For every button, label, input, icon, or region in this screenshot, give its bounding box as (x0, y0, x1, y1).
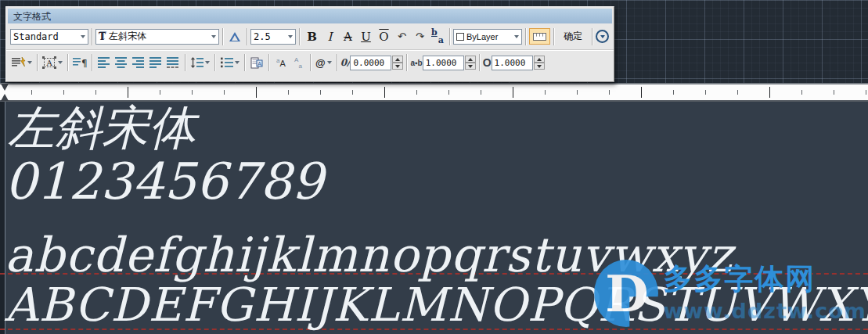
chevron-down-icon (514, 35, 519, 38)
distribute-button[interactable] (164, 53, 182, 72)
watermark-site-name: 多多字体网 (663, 260, 866, 299)
align-right-icon (132, 57, 145, 68)
tracking-input[interactable]: 1.0000 (423, 56, 464, 70)
align-right-button[interactable] (130, 53, 147, 72)
chevron-down-icon (600, 35, 605, 38)
toolbar-row-1: Standard T 左斜宋体 2.5 B I A U O ↶ ↷ b a (6, 23, 614, 49)
justification-icon: A (42, 56, 56, 69)
tracking-icon: a▪b (410, 59, 422, 67)
chevron-down-icon (81, 35, 85, 38)
oblique-angle-icon: 0/ (340, 57, 351, 68)
text-format-panel: 文字格式 Standard T 左斜宋体 2.5 B I A U O ↶ ↷ b… (5, 6, 614, 82)
overline-button[interactable]: O (375, 28, 393, 45)
ok-button[interactable]: 确定 (557, 28, 589, 45)
strikethrough-button[interactable]: A (339, 28, 357, 45)
text-ruler[interactable] (0, 83, 868, 102)
width-factor-spinner: 1.0000 (492, 56, 545, 70)
oblique-angle-spinner: 0.0000 (350, 56, 403, 70)
italic-button[interactable]: I (321, 28, 339, 45)
lowercase-button[interactable]: Aa (290, 53, 307, 72)
oblique-angle-input[interactable]: 0.0000 (350, 56, 391, 70)
watermark-logo-letter: D (605, 264, 649, 323)
chevron-down-icon (58, 61, 63, 64)
tracking-spinner: 1.0000 (423, 56, 476, 70)
spin-down-button[interactable] (392, 63, 403, 70)
svg-text:A: A (258, 60, 261, 66)
align-center-button[interactable] (113, 53, 130, 72)
mtext-justification-button[interactable]: A (41, 53, 64, 72)
toolbar-row-2: A ¶ (6, 49, 614, 75)
panel-title: 文字格式 (13, 11, 51, 22)
line-spacing-icon (190, 57, 203, 68)
underline-button[interactable]: U (357, 28, 375, 45)
watermark-logo-icon: D (594, 260, 658, 327)
insert-field-icon: A (250, 57, 263, 69)
preview-line-font-name[interactable]: 左斜宋体 (8, 104, 196, 151)
watermark-site-url: www.ddztw.com (663, 299, 866, 323)
insert-field-button[interactable]: A (248, 53, 265, 72)
svg-text:A: A (45, 59, 52, 67)
redo-button[interactable]: ↷ (411, 28, 429, 45)
paragraph-indent-marker[interactable] (1, 94, 9, 101)
text-style-select[interactable]: Standard (10, 29, 88, 45)
color-swatch-icon (456, 33, 464, 41)
svg-text:¶: ¶ (81, 58, 87, 68)
options-button[interactable] (596, 30, 609, 43)
first-line-indent-marker[interactable] (1, 84, 9, 91)
columns-button[interactable] (10, 53, 34, 72)
columns-icon (12, 57, 26, 68)
align-left-icon (98, 57, 110, 68)
panel-titlebar[interactable]: 文字格式 (8, 9, 612, 23)
spin-up-button[interactable] (465, 56, 476, 63)
at-symbol-icon: @ (315, 57, 326, 69)
line-spacing-button[interactable] (189, 53, 211, 72)
color-select-value: ByLayer (466, 32, 498, 41)
insert-symbol-button[interactable]: @ (314, 53, 333, 72)
paragraph-icon: ¶ (73, 57, 87, 68)
justify-icon (149, 57, 162, 68)
text-height-select[interactable]: 2.5 (250, 29, 296, 45)
text-height-value: 2.5 (254, 31, 271, 42)
font-select[interactable]: T 左斜宋体 (95, 29, 219, 45)
font-select-value: 左斜宋体 (109, 30, 146, 43)
align-left-button[interactable] (95, 53, 113, 72)
spin-up-button[interactable] (392, 56, 403, 63)
ruler-icon (533, 33, 546, 41)
spin-down-button[interactable] (534, 63, 545, 70)
text-style-value: Standard (13, 31, 59, 42)
truetype-icon: T (99, 31, 106, 42)
stack-fraction-button[interactable]: b a (429, 28, 446, 45)
ruler-toggle-button[interactable] (529, 28, 550, 45)
bold-button[interactable]: B (303, 28, 321, 45)
undo-button[interactable]: ↶ (393, 28, 411, 45)
spin-down-button[interactable] (465, 63, 476, 70)
annotative-icon[interactable] (229, 32, 240, 41)
width-factor-input[interactable]: 1.0000 (492, 56, 533, 70)
chevron-down-icon (211, 35, 216, 38)
numbering-button[interactable] (218, 53, 241, 72)
chevron-down-icon (205, 61, 210, 64)
numbering-icon (220, 57, 233, 68)
paragraph-button[interactable]: ¶ (71, 53, 88, 72)
justify-button[interactable] (147, 53, 164, 72)
color-select[interactable]: ByLayer (453, 29, 522, 45)
chevron-down-icon (27, 61, 32, 64)
width-factor-icon: O (483, 56, 492, 69)
uppercase-button[interactable]: aA (272, 53, 290, 72)
distribute-icon (167, 57, 179, 68)
preview-line-digits[interactable]: 0123456789 (5, 156, 323, 207)
chevron-down-icon (327, 61, 332, 64)
align-center-icon (115, 57, 128, 68)
chevron-down-icon (235, 61, 240, 64)
chevron-down-icon (288, 35, 293, 38)
spin-up-button[interactable] (534, 56, 545, 63)
watermark: D 多多字体网 www.ddztw.com (594, 260, 866, 327)
ruler-major-ticks (0, 87, 868, 98)
